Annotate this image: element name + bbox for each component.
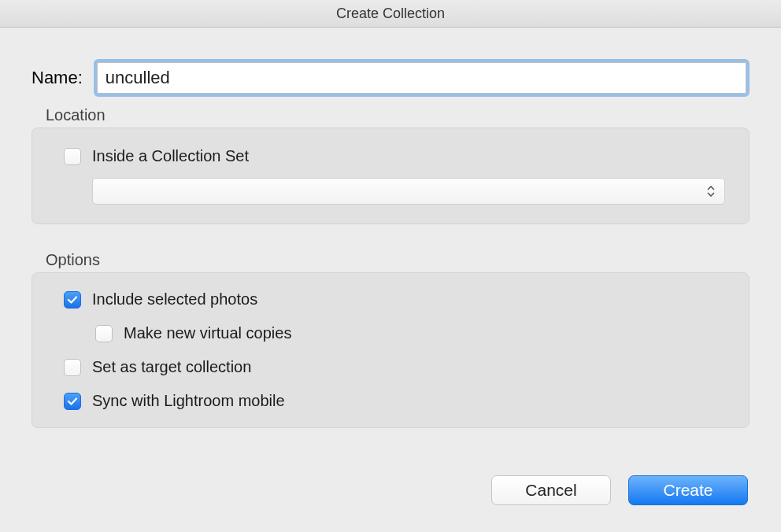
collection-set-dropdown[interactable] [92,178,725,205]
stepper-arrows-icon [707,186,715,197]
window-title: Create Collection [336,6,445,22]
options-section-label: Options [46,251,750,269]
name-input[interactable] [97,62,746,94]
title-bar: Create Collection [0,0,781,28]
checkmark-icon [67,294,78,305]
name-input-focus-ring [94,59,750,97]
options-panel: Include selected photos Make new virtual… [31,272,750,428]
sync-mobile-checkbox[interactable] [64,393,81,410]
cancel-button[interactable]: Cancel [491,475,611,505]
set-target-checkbox[interactable] [64,359,81,376]
include-selected-row: Include selected photos [64,290,725,308]
inside-collection-set-row: Inside a Collection Set [64,147,725,165]
name-label: Name: [31,68,83,88]
make-virtual-row: Make new virtual copies [95,324,725,342]
create-button-label: Create [663,481,713,500]
dialog-content: Name: Location Inside a Collection Set O… [0,28,781,532]
sync-mobile-row: Sync with Lightroom mobile [64,392,725,410]
include-selected-label: Include selected photos [92,290,257,308]
inside-collection-set-label: Inside a Collection Set [92,147,249,165]
cancel-button-label: Cancel [525,481,576,500]
inside-collection-set-checkbox[interactable] [64,148,81,165]
name-row: Name: [31,59,750,97]
make-virtual-label: Make new virtual copies [124,324,291,342]
sync-mobile-label: Sync with Lightroom mobile [92,392,285,410]
button-row: Cancel Create [491,475,748,505]
checkmark-icon [67,396,78,407]
include-selected-checkbox[interactable] [64,291,81,308]
make-virtual-checkbox[interactable] [95,325,113,342]
location-section-label: Location [46,106,750,124]
location-panel: Inside a Collection Set [31,127,750,224]
set-target-label: Set as target collection [92,358,251,376]
create-button[interactable]: Create [628,475,748,505]
set-target-row: Set as target collection [64,358,725,376]
collection-set-dropdown-row [92,178,725,205]
